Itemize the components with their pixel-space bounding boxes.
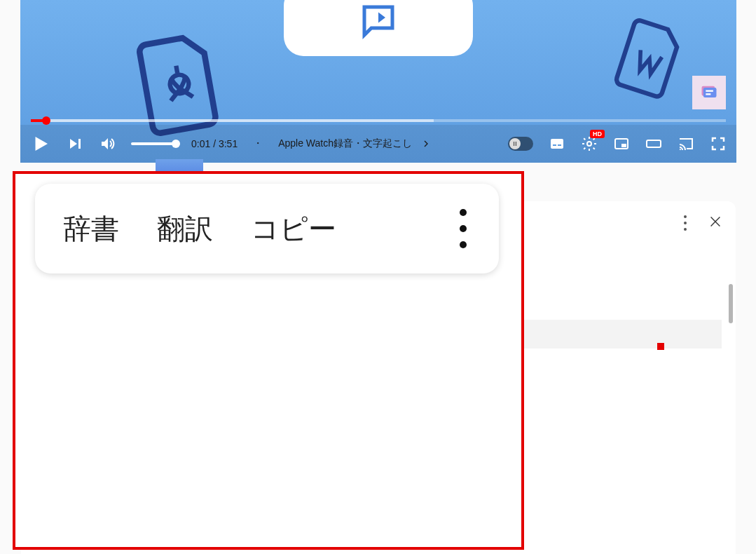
context-menu-translate[interactable]: 翻訳: [157, 210, 213, 248]
subtitles-button[interactable]: [549, 135, 565, 152]
fullscreen-button[interactable]: [710, 135, 727, 152]
svg-rect-6: [553, 144, 556, 146]
cast-button[interactable]: [678, 135, 694, 152]
player-controls: 0:01 / 3:51 ・ Apple Watch録音・文字起こし: [20, 125, 736, 163]
chapter-next-button[interactable]: [418, 135, 434, 152]
cast-icon: [678, 135, 694, 152]
next-icon: [67, 135, 83, 152]
hd-badge: HD: [590, 130, 605, 138]
volume-slider[interactable]: [131, 142, 176, 145]
svg-rect-7: [558, 144, 561, 146]
volume-thumb[interactable]: [172, 140, 180, 148]
chapter-separator: ・: [253, 137, 263, 150]
document-w-icon: [601, 10, 697, 108]
chapter-title[interactable]: Apple Watch録音・文字起こし: [278, 137, 412, 150]
svg-point-8: [587, 142, 591, 146]
video-content-app-icon: [284, 0, 473, 56]
channel-watermark[interactable]: [692, 76, 726, 109]
seek-bar-thumb[interactable]: [42, 116, 50, 125]
miniplayer-icon: [613, 135, 630, 152]
pause-icon: [511, 140, 518, 147]
seek-bar[interactable]: [31, 118, 726, 123]
text-selection-context-menu: 辞書 翻訳 コピー: [35, 184, 499, 273]
svg-rect-2: [703, 88, 717, 97]
context-menu-copy[interactable]: コピー: [251, 210, 336, 248]
svg-rect-5: [551, 139, 563, 149]
svg-rect-3: [706, 90, 713, 92]
time-display: 0:01 / 3:51: [191, 138, 238, 149]
context-menu-dictionary[interactable]: 辞書: [63, 210, 119, 248]
play-button[interactable]: [30, 133, 51, 154]
duration: 3:51: [219, 138, 238, 149]
current-time: 0:01: [191, 138, 210, 149]
theater-button[interactable]: [645, 135, 662, 152]
miniplayer-button[interactable]: [613, 135, 630, 152]
settings-button[interactable]: HD: [581, 135, 598, 152]
volume-button[interactable]: [99, 135, 116, 152]
next-button[interactable]: [67, 135, 83, 152]
transcript-scrollbar[interactable]: [729, 284, 733, 323]
decorative-square: [657, 343, 664, 350]
fullscreen-icon: [710, 135, 727, 152]
svg-rect-4: [706, 93, 710, 95]
video-player[interactable]: 0:01 / 3:51 ・ Apple Watch録音・文字起こし: [20, 0, 736, 163]
chevron-right-icon: [420, 138, 432, 149]
highlight-annotation-box: 辞書 翻訳 コピー: [13, 171, 524, 550]
context-menu-more-button[interactable]: [460, 209, 471, 248]
subtitles-icon: [549, 135, 565, 152]
autoplay-toggle[interactable]: [508, 137, 533, 151]
play-icon: [30, 133, 51, 154]
transcript-close-button[interactable]: [708, 214, 723, 232]
volume-icon: [99, 135, 116, 152]
theater-icon: [645, 135, 662, 152]
chat-icon: [357, 0, 399, 42]
chat-watermark-icon: [699, 83, 719, 102]
close-icon: [708, 214, 723, 229]
svg-rect-10: [621, 144, 626, 147]
svg-rect-11: [647, 140, 661, 147]
transcript-more-button[interactable]: [684, 215, 687, 231]
